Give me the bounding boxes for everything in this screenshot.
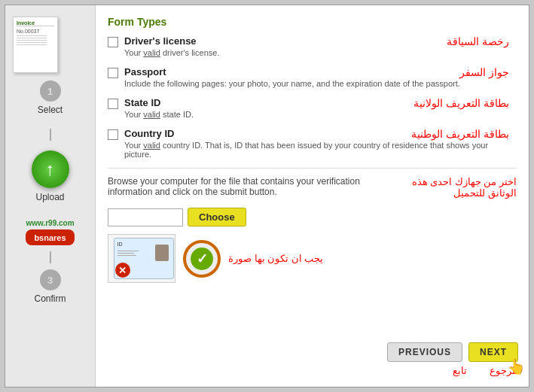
step-2: ↑ Upload	[5, 147, 95, 202]
file-input-row: Choose	[108, 208, 517, 226]
passport-desc: Include the following pages: your photo,…	[124, 79, 517, 88]
file-input[interactable]	[108, 208, 183, 226]
invoice-card: Invoice No.00037	[13, 17, 58, 73]
checkbox-drivers-license[interactable]	[108, 37, 118, 47]
drivers-license-arabic: رخصة السياقة	[447, 35, 509, 47]
drivers-license-desc: Your valid driver's license.	[124, 48, 517, 57]
watermark-url: www.r99.com	[26, 219, 74, 227]
preview-box: ID ✕	[108, 234, 175, 283]
country-id-arabic: بطاقة التعريف الوطنية	[411, 128, 509, 140]
arabic-next-label: تابع	[453, 365, 467, 376]
form-item-country-id: Country ID Your valid country ID. That i…	[108, 128, 517, 159]
country-id-desc: Your valid country ID. That is, ID that …	[124, 141, 517, 159]
form-types-title: Form Types	[108, 16, 517, 28]
step-1-circle: 1	[40, 81, 61, 102]
choose-button[interactable]: Choose	[188, 208, 246, 226]
id-photo-placeholder	[155, 245, 169, 261]
check-mark-icon: ✓	[191, 248, 213, 270]
step-connector-1	[50, 129, 51, 141]
step-connector-2	[50, 251, 51, 263]
step-2-label: Upload	[35, 192, 64, 202]
cursor-hand-icon: 👆	[507, 357, 526, 375]
checkbox-country-id[interactable]	[108, 129, 118, 140]
step-1-label: Select	[38, 105, 63, 115]
nav-buttons: PREVIOUS NEXT 👆	[387, 342, 518, 362]
step-3: 3 Confirm	[5, 269, 95, 304]
main-content: Form Types Driver's license Your valid d…	[96, 5, 529, 387]
passport-arabic: جواز السفر	[459, 66, 509, 78]
passport-title: Passport	[124, 66, 517, 77]
checkbox-state-id[interactable]	[108, 99, 118, 109]
step-3-label: Confirm	[34, 293, 66, 304]
logo-text: bsnares	[34, 233, 66, 242]
logo-badge: bsnares	[26, 229, 74, 245]
x-mark-icon: ✕	[115, 263, 130, 278]
state-id-desc: Your valid state ID.	[124, 110, 517, 119]
step-1: 1 Select	[5, 81, 95, 115]
browse-instruction: Browse your computer for the file that c…	[108, 176, 364, 197]
arabic-photo-label: يجب ان تكون بها صورة	[228, 253, 323, 264]
previous-button[interactable]: PREVIOUS	[387, 342, 462, 362]
form-item-state-id: State ID Your valid state ID. بطاقة التع…	[108, 97, 517, 119]
form-item-passport: Passport Include the following pages: yo…	[108, 66, 517, 88]
divider	[108, 168, 517, 169]
upload-icon: ↑	[32, 150, 69, 188]
preview-area: ID ✕ ✓ يجب ان تكون بها صورة	[108, 234, 517, 283]
form-item-drivers-license: Driver's license Your valid driver's lic…	[108, 35, 517, 57]
bottom-navigation: PREVIOUS NEXT 👆 للرجوع تابع	[387, 342, 518, 376]
step-3-circle: 3	[40, 269, 61, 290]
arabic-browse-instruction: اختر من جهازك احدى هذهالوثانق للتحميل	[412, 176, 517, 199]
checkbox-passport[interactable]	[108, 68, 118, 78]
sidebar: Invoice No.00037 1 Select ↑ Upload	[5, 5, 96, 387]
state-id-arabic: بطاقة التعريف الولانية	[413, 97, 509, 109]
check-circle: ✓	[183, 240, 221, 278]
